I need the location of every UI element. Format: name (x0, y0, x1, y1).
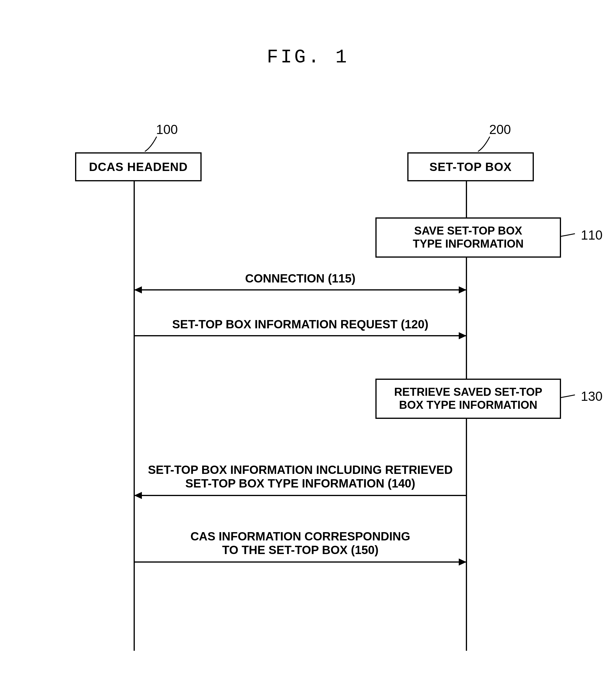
sequence-diagram: FIG. 1 100 200 DCAS HEADEND SE (0, 0, 616, 683)
svg-marker-10 (459, 558, 466, 565)
step-110-text: SAVE SET-TOP BOXTYPE INFORMATION (413, 225, 524, 250)
svg-marker-6 (459, 332, 466, 339)
svg-marker-4 (459, 286, 466, 294)
actor-right-label: SET-TOP BOX (430, 160, 512, 174)
diagram-lines (0, 0, 616, 683)
msg-150: CAS INFORMATION CORRESPONDINGTO THE SET-… (138, 530, 463, 557)
ref-110: 110 (581, 228, 602, 242)
ref-200: 200 (489, 122, 511, 137)
msg-140: SET-TOP BOX INFORMATION INCLUDING RETRIE… (138, 463, 463, 490)
figure-title: FIG. 1 (0, 47, 616, 68)
svg-marker-3 (134, 286, 142, 294)
step-130: RETRIEVE SAVED SET-TOPBOX TYPE INFORMATI… (375, 379, 561, 419)
step-130-text: RETRIEVE SAVED SET-TOPBOX TYPE INFORMATI… (394, 386, 542, 411)
ref-100: 100 (156, 122, 178, 137)
svg-marker-8 (134, 492, 142, 499)
msg-120: SET-TOP BOX INFORMATION REQUEST (120) (138, 317, 463, 331)
actor-dcas-headend: DCAS HEADEND (75, 152, 202, 181)
actor-left-label: DCAS HEADEND (89, 160, 188, 174)
actor-set-top-box: SET-TOP BOX (407, 152, 534, 181)
ref-130: 130 (581, 389, 602, 404)
step-110: SAVE SET-TOP BOXTYPE INFORMATION (375, 217, 561, 258)
msg-115: CONNECTION (115) (138, 272, 463, 285)
